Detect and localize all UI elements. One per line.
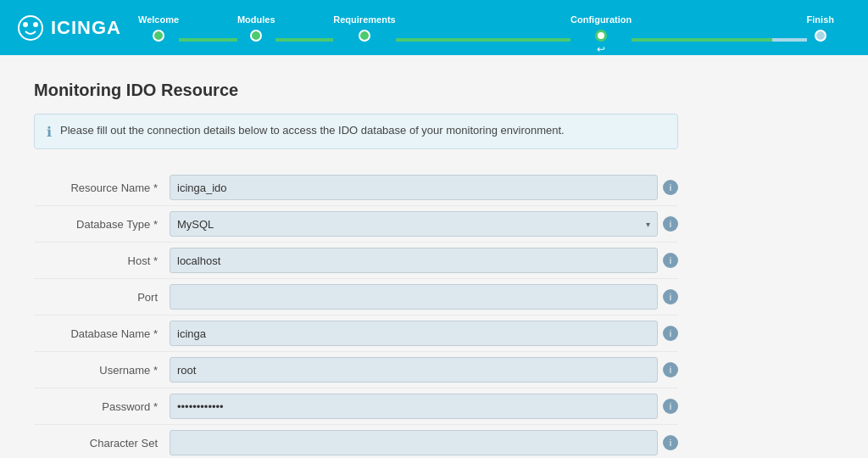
row-username: Username * i bbox=[34, 352, 678, 388]
password-info-icon[interactable]: i bbox=[663, 399, 678, 414]
label-username: Username * bbox=[34, 352, 170, 388]
username-info-icon[interactable]: i bbox=[663, 362, 678, 377]
svg-point-0 bbox=[19, 16, 42, 40]
svg-point-1 bbox=[23, 22, 28, 27]
wrapper-character-set: i bbox=[170, 430, 678, 455]
wizard-steps: Welcome Modules Requirements Configurati… bbox=[121, 14, 851, 42]
connector-3 bbox=[396, 38, 570, 42]
label-character-set: Character Set bbox=[34, 425, 170, 459]
connector-4 bbox=[632, 38, 806, 42]
label-database-name: Database Name * bbox=[34, 316, 170, 352]
header: ICINGA Welcome Modules Requirements bbox=[0, 0, 868, 55]
row-password: Password * i bbox=[34, 388, 678, 425]
step-finish: Finish bbox=[807, 14, 834, 42]
database-type-select-wrapper: MySQL PostgreSQL ▾ bbox=[170, 211, 658, 237]
row-character-set: Character Set i bbox=[34, 425, 678, 459]
row-port: Port i bbox=[34, 279, 678, 316]
password-input[interactable] bbox=[170, 394, 658, 419]
port-info-icon[interactable]: i bbox=[663, 289, 678, 304]
cell-password: i bbox=[170, 388, 678, 425]
step-requirements: Requirements bbox=[333, 14, 395, 42]
label-database-type: Database Type * bbox=[34, 206, 170, 243]
step-dot-finish bbox=[815, 30, 826, 42]
cell-username: i bbox=[170, 352, 678, 388]
wrapper-database-type: MySQL PostgreSQL ▾ i bbox=[170, 211, 678, 237]
step-dot-welcome bbox=[153, 30, 164, 42]
database-type-info-icon[interactable]: i bbox=[663, 216, 678, 232]
cell-database-type: MySQL PostgreSQL ▾ i bbox=[170, 206, 678, 243]
main-content: Monitoring IDO Resource ℹ Please fill ou… bbox=[0, 55, 868, 458]
cell-host: i bbox=[170, 243, 678, 279]
select-arrow-icon: ▾ bbox=[639, 220, 657, 229]
username-input[interactable] bbox=[170, 357, 658, 383]
row-host: Host * i bbox=[34, 243, 678, 279]
cell-port: i bbox=[170, 279, 678, 316]
host-info-icon[interactable]: i bbox=[663, 253, 678, 268]
resource-name-input[interactable] bbox=[170, 175, 658, 200]
wrapper-database-name: i bbox=[170, 321, 678, 346]
resource-name-info-icon[interactable]: i bbox=[663, 180, 678, 195]
cell-resource-name: i bbox=[170, 170, 678, 206]
wrapper-host: i bbox=[170, 248, 678, 273]
wrapper-resource-name: i bbox=[170, 175, 678, 200]
label-password: Password * bbox=[34, 388, 170, 425]
database-name-input[interactable] bbox=[170, 321, 658, 346]
row-resource-name: Resource Name * i bbox=[34, 170, 678, 206]
character-set-input[interactable] bbox=[170, 430, 658, 455]
label-resource-name: Resource Name * bbox=[34, 170, 170, 206]
host-input[interactable] bbox=[170, 248, 658, 273]
svg-point-2 bbox=[33, 22, 38, 27]
label-host: Host * bbox=[34, 243, 170, 279]
cell-database-name: i bbox=[170, 316, 678, 352]
logo-text: ICINGA bbox=[51, 17, 121, 39]
database-type-select[interactable]: MySQL PostgreSQL bbox=[170, 212, 639, 236]
connector-1 bbox=[179, 38, 237, 42]
row-database-name: Database Name * i bbox=[34, 316, 678, 352]
step-welcome: Welcome bbox=[138, 14, 179, 42]
wrapper-port: i bbox=[170, 284, 678, 310]
info-text: Please fill out the connection details b… bbox=[60, 123, 565, 138]
database-name-info-icon[interactable]: i bbox=[663, 326, 678, 341]
port-input[interactable] bbox=[170, 284, 658, 310]
character-set-info-icon[interactable]: i bbox=[663, 435, 678, 450]
label-port: Port bbox=[34, 279, 170, 316]
row-database-type: Database Type * MySQL PostgreSQL ▾ i bbox=[34, 206, 678, 243]
info-icon: ℹ bbox=[47, 124, 52, 140]
step-dot-requirements bbox=[359, 30, 370, 42]
wrapper-password: i bbox=[170, 394, 678, 419]
logo-icon bbox=[17, 14, 44, 42]
step-dot-modules bbox=[250, 30, 262, 42]
info-box: ℹ Please fill out the connection details… bbox=[34, 114, 678, 149]
step-modules: Modules bbox=[237, 14, 275, 42]
form-table: Resource Name * i Database Type * MySQL … bbox=[34, 170, 678, 458]
configuration-icon: ↩ bbox=[597, 43, 605, 55]
steps-track: Welcome Modules Requirements Configurati… bbox=[138, 14, 834, 42]
cell-character-set: i bbox=[170, 425, 678, 459]
wrapper-username: i bbox=[170, 357, 678, 383]
step-dot-configuration bbox=[595, 30, 607, 42]
logo: ICINGA bbox=[17, 14, 121, 42]
connector-2 bbox=[275, 38, 334, 42]
step-configuration: Configuration ↩ bbox=[570, 14, 632, 42]
page-title: Monitoring IDO Resource bbox=[34, 81, 834, 100]
